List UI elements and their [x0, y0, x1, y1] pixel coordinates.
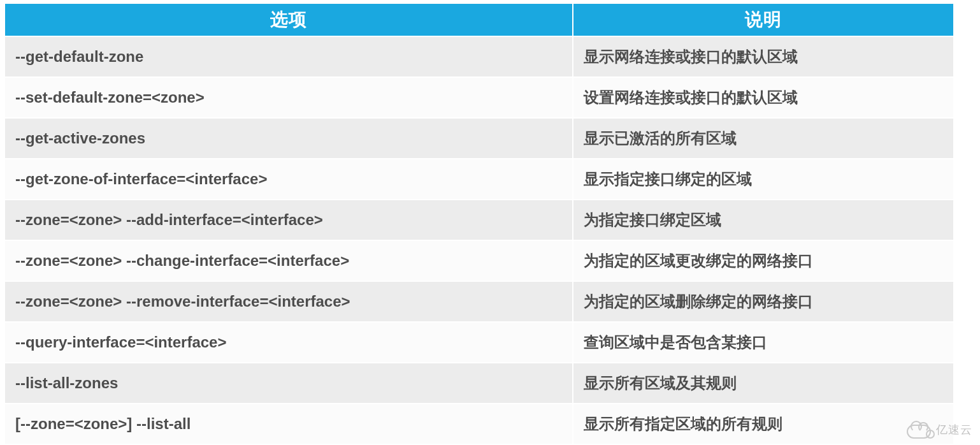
cell-option: --set-default-zone=<zone>: [4, 77, 573, 118]
table-row: --query-interface=<interface> 查询区域中是否包含某…: [4, 322, 954, 363]
cell-option: [--zone=<zone>] --list-all: [4, 404, 573, 444]
cell-description: 为指定的区域删除绑定的网络接口: [573, 281, 954, 322]
table-row: --get-default-zone 显示网络连接或接口的默认区域: [4, 36, 954, 77]
cell-option: --zone=<zone> --add-interface=<interface…: [4, 200, 573, 240]
header-description: 说明: [573, 3, 954, 36]
cloud-icon: [904, 421, 932, 439]
cell-option: --list-all-zones: [4, 363, 573, 404]
command-options-table: 选项 说明 --get-default-zone 显示网络连接或接口的默认区域 …: [4, 3, 955, 445]
cell-description: 显示已激活的所有区域: [573, 118, 954, 159]
cell-option: --get-default-zone: [4, 36, 573, 77]
cell-description: 查询区域中是否包含某接口: [573, 322, 954, 363]
cell-option: --zone=<zone> --change-interface=<interf…: [4, 240, 573, 281]
table-row: --zone=<zone> --add-interface=<interface…: [4, 200, 954, 240]
cell-description: 显示所有区域及其规则: [573, 363, 954, 404]
cell-description: 显示指定接口绑定的区域: [573, 159, 954, 200]
cell-description: 为指定的区域更改绑定的网络接口: [573, 240, 954, 281]
cell-description: 显示网络连接或接口的默认区域: [573, 36, 954, 77]
table-row: [--zone=<zone>] --list-all 显示所有指定区域的所有规则: [4, 404, 954, 444]
cell-option: --query-interface=<interface>: [4, 322, 573, 363]
watermark: 亿速云: [904, 421, 972, 439]
table-row: --list-all-zones 显示所有区域及其规则: [4, 363, 954, 404]
table-row: --get-active-zones 显示已激活的所有区域: [4, 118, 954, 159]
table-row: --zone=<zone> --change-interface=<interf…: [4, 240, 954, 281]
cell-description: 设置网络连接或接口的默认区域: [573, 77, 954, 118]
cell-option: --get-zone-of-interface=<interface>: [4, 159, 573, 200]
command-options-table-wrap: 选项 说明 --get-default-zone 显示网络连接或接口的默认区域 …: [0, 0, 980, 445]
cell-option: --get-active-zones: [4, 118, 573, 159]
table-row: --set-default-zone=<zone> 设置网络连接或接口的默认区域: [4, 77, 954, 118]
table-row: --get-zone-of-interface=<interface> 显示指定…: [4, 159, 954, 200]
table-header-row: 选项 说明: [4, 3, 954, 36]
cell-description: 显示所有指定区域的所有规则: [573, 404, 954, 444]
watermark-text: 亿速云: [936, 422, 972, 437]
cell-description: 为指定接口绑定区域: [573, 200, 954, 240]
header-option: 选项: [4, 3, 573, 36]
cell-option: --zone=<zone> --remove-interface=<interf…: [4, 281, 573, 322]
table-row: --zone=<zone> --remove-interface=<interf…: [4, 281, 954, 322]
